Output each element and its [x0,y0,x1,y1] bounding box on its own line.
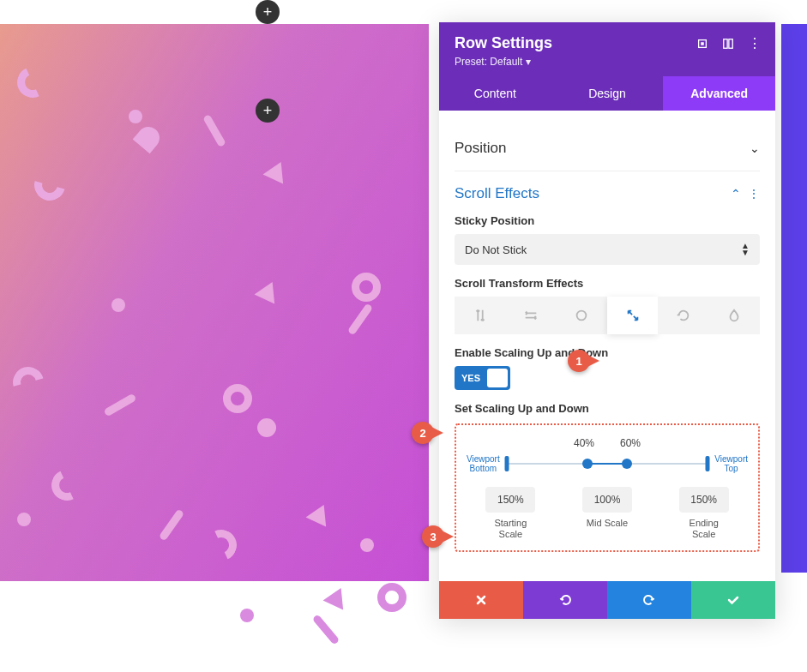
canvas-preview [0,24,429,581]
ending-scale-caption: Ending Scale [659,518,748,540]
ending-scale-input[interactable]: 150% [679,487,729,513]
handle-end[interactable] [706,456,710,471]
enable-scaling-toggle[interactable]: YES [455,366,510,390]
cancel-button[interactable] [439,581,523,619]
effect-scaling[interactable] [607,297,658,334]
scaling-timeline-track[interactable] [507,459,708,468]
canvas-overflow-shapes [172,583,455,669]
annotation-3: 3 [422,525,454,548]
panel-footer [439,581,775,619]
section-title-position: Position [455,140,506,157]
tab-content[interactable]: Content [439,76,551,111]
handle-mid2[interactable] [622,459,632,469]
scaling-config-box: 40% 60% Viewport Bottom Viewport Top [455,423,760,552]
section-menu-icon[interactable]: ⋮ [748,187,760,201]
viewport-top-label: Viewport Top [714,454,748,473]
settings-panel: Row Settings ⋮ Preset: Default ▾ Content… [439,22,775,619]
redo-button[interactable] [607,581,691,619]
enable-scaling-label: Enable Scaling Up and Down [455,346,760,359]
mid-scale-input[interactable]: 100% [582,487,632,513]
chevron-up-icon: ⌃ [731,187,741,201]
annotation-2: 2 [412,422,443,444]
page-right-accent [781,24,807,573]
effect-horizontal[interactable] [505,297,556,334]
scroll-effect-tabs [455,297,760,334]
svg-rect-1 [701,42,704,45]
effect-fade[interactable] [557,297,607,334]
annotation-1: 1 [568,350,599,372]
handle-mid1[interactable] [582,459,593,469]
undo-button[interactable] [523,581,607,619]
mid-scale-caption: Mid Scale [563,518,652,529]
handle-start[interactable] [504,456,509,471]
effect-vertical[interactable] [455,297,505,334]
tab-advanced[interactable]: Advanced [663,76,775,111]
section-scroll-effects: Scroll Effects ⌃⋮ Sticky Position Do Not… [455,171,760,566]
toggle-label: YES [461,373,480,383]
add-row-button[interactable]: + [256,99,280,123]
sticky-position-select[interactable]: Do Not Stick ▲▼ [455,234,760,265]
scroll-transform-label: Scroll Transform Effects [455,277,760,290]
menu-dots-icon[interactable]: ⋮ [748,38,760,50]
starting-scale-input[interactable]: 150% [485,487,535,513]
toggle-knob [487,369,508,387]
svg-rect-2 [724,39,727,48]
effect-rotating[interactable] [658,297,708,334]
tab-design[interactable]: Design [551,76,664,111]
sticky-position-value: Do Not Stick [465,243,527,256]
section-position[interactable]: Position ⌄ [455,126,760,171]
set-scaling-label: Set Scaling Up and Down [455,402,760,415]
svg-point-4 [577,311,587,321]
svg-rect-3 [729,39,732,48]
panel-body: Position ⌄ Scroll Effects ⌃⋮ Sticky Posi… [439,111,775,581]
tab-bar: Content Design Advanced [439,76,775,111]
chevron-down-icon: ⌄ [750,141,760,155]
effect-blur[interactable] [709,297,760,334]
columns-icon[interactable] [722,38,734,50]
expand-icon[interactable] [696,38,708,50]
starting-scale-caption: Starting Scale [467,518,555,540]
add-section-button-top[interactable]: + [256,0,280,24]
panel-header: Row Settings ⋮ Preset: Default ▾ [439,22,775,76]
track-mid1-label: 40% [574,437,594,449]
panel-title: Row Settings [455,34,552,52]
track-mid2-label: 60% [620,437,641,449]
select-arrows-icon: ▲▼ [741,243,750,256]
section-header-scroll-effects[interactable]: Scroll Effects ⌃⋮ [455,185,760,202]
viewport-bottom-label: Viewport Bottom [467,454,500,473]
section-title-scroll-effects: Scroll Effects [455,185,539,202]
save-button[interactable] [691,581,775,619]
preset-selector[interactable]: Preset: Default ▾ [455,56,760,68]
sticky-position-label: Sticky Position [455,214,760,227]
